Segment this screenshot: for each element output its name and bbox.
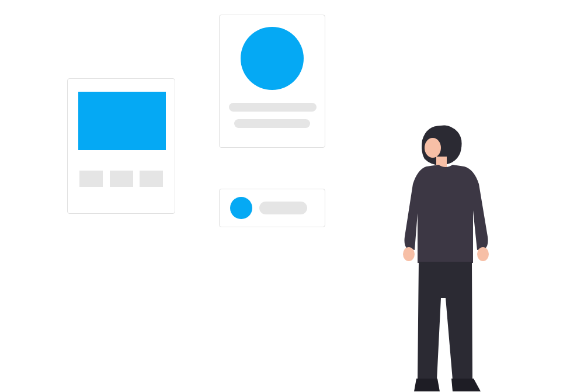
wireframe-card-listitem: [219, 189, 325, 227]
text-placeholder-icon: [229, 103, 317, 112]
avatar-placeholder-icon: [230, 197, 252, 219]
text-placeholder-icon: [259, 202, 307, 214]
svg-point-0: [425, 138, 441, 158]
thumbnail-row: [78, 171, 164, 187]
person-illustration-icon: [383, 123, 517, 392]
thumbnail-placeholder-icon: [140, 171, 163, 187]
svg-point-2: [403, 247, 415, 261]
text-placeholder-icon: [234, 119, 310, 128]
svg-point-3: [477, 247, 489, 261]
wireframe-card-profile: [219, 15, 325, 148]
thumbnail-placeholder-icon: [110, 171, 133, 187]
image-placeholder-icon: [78, 92, 166, 150]
thumbnail-placeholder-icon: [79, 171, 103, 187]
wireframe-card-image: [67, 78, 175, 214]
avatar-placeholder-icon: [241, 27, 304, 90]
